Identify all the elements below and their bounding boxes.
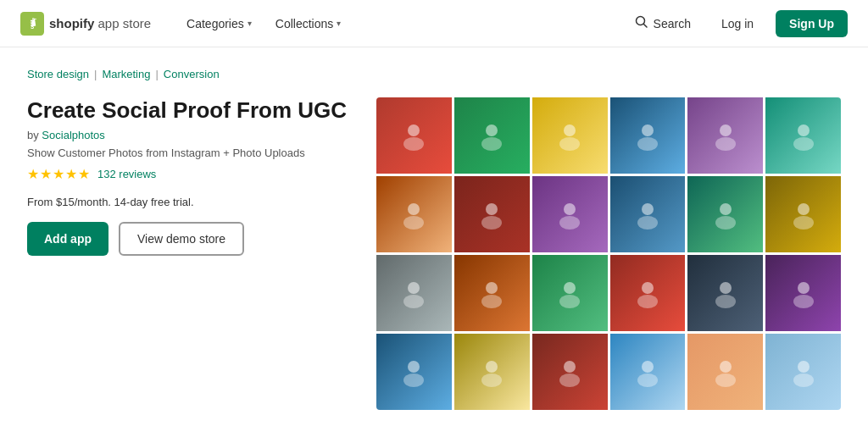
photo-figure-icon — [376, 97, 452, 174]
gallery-image — [532, 255, 608, 331]
svg-point-48 — [720, 361, 732, 373]
photo-figure-icon — [532, 176, 608, 252]
svg-point-19 — [481, 216, 502, 230]
svg-point-18 — [486, 203, 498, 215]
search-icon — [635, 15, 648, 31]
breadcrumb-marketing[interactable]: Marketing — [102, 68, 150, 80]
nav-collections[interactable]: Collections ▾ — [267, 10, 349, 37]
star-rating: ★★★★★ — [27, 166, 91, 182]
gallery-image — [687, 176, 763, 252]
photo-figure-icon — [765, 255, 841, 331]
svg-point-44 — [564, 361, 576, 373]
photo-figure-icon — [765, 334, 841, 410]
photo-figure-icon — [376, 255, 452, 331]
gallery-image — [376, 176, 452, 252]
app-info-panel: Create Social Proof From UGC by Socialph… — [27, 97, 349, 256]
svg-point-6 — [486, 124, 498, 136]
svg-point-10 — [642, 124, 654, 136]
gallery-image — [765, 97, 841, 174]
header-actions: Search Log in Sign Up — [626, 10, 848, 37]
app-description: Show Customer Photos from Instagram + Ph… — [27, 147, 349, 159]
pricing-text: From $15/month. 14-day free trial. — [27, 196, 349, 208]
image-gallery-panel — [376, 97, 841, 410]
photo-figure-icon — [454, 334, 530, 410]
breadcrumb-store-design[interactable]: Store design — [27, 68, 89, 80]
gallery-image — [376, 255, 452, 331]
cta-buttons: Add app View demo store — [27, 222, 349, 256]
nav-categories[interactable]: Categories ▾ — [178, 10, 260, 37]
svg-point-11 — [637, 137, 658, 151]
breadcrumb-separator: | — [155, 68, 158, 80]
breadcrumb: Store design | Marketing | Conversion — [27, 68, 841, 80]
login-button[interactable]: Log in — [713, 12, 762, 36]
gallery-image — [687, 334, 763, 410]
gallery-image — [454, 255, 530, 331]
view-demo-button[interactable]: View demo store — [119, 222, 244, 256]
photo-figure-icon — [610, 176, 686, 252]
photo-figure-icon — [532, 255, 608, 331]
svg-point-35 — [637, 295, 658, 308]
svg-point-33 — [559, 295, 580, 308]
breadcrumb-separator: | — [94, 68, 97, 80]
gallery-image — [376, 334, 452, 410]
main-content: Store design | Marketing | Conversion Cr… — [0, 47, 868, 426]
gallery-image — [687, 97, 763, 174]
svg-point-26 — [798, 203, 810, 215]
gallery-image — [532, 176, 608, 252]
svg-point-13 — [715, 137, 736, 151]
gallery-image — [454, 176, 530, 252]
svg-point-41 — [403, 373, 424, 387]
svg-point-34 — [642, 282, 654, 294]
gallery-image — [454, 334, 530, 410]
gallery-image — [610, 97, 686, 174]
photo-figure-icon — [454, 255, 530, 331]
svg-point-14 — [798, 124, 810, 136]
svg-point-9 — [559, 137, 580, 151]
photo-figure-icon — [376, 176, 452, 252]
photo-figure-icon — [687, 176, 763, 252]
photo-figure-icon — [454, 97, 530, 174]
svg-point-17 — [403, 216, 424, 230]
header: S shopify app store Categories ▾ Collect… — [0, 0, 868, 47]
svg-point-22 — [642, 203, 654, 215]
svg-point-4 — [408, 124, 420, 136]
svg-point-37 — [715, 295, 736, 308]
photo-figure-icon — [610, 97, 686, 174]
photo-figure-icon — [454, 176, 530, 252]
photo-figure-icon — [610, 255, 686, 331]
signup-button[interactable]: Sign Up — [776, 10, 848, 37]
svg-point-27 — [793, 216, 814, 230]
svg-point-25 — [715, 216, 736, 230]
gallery-image — [532, 97, 608, 174]
svg-point-50 — [798, 361, 810, 373]
svg-point-45 — [559, 373, 580, 387]
svg-point-12 — [720, 124, 732, 136]
chevron-down-icon: ▾ — [248, 19, 252, 28]
svg-point-36 — [720, 282, 732, 294]
svg-point-16 — [408, 203, 420, 215]
add-app-button[interactable]: Add app — [27, 222, 108, 256]
breadcrumb-conversion[interactable]: Conversion — [164, 68, 220, 80]
gallery-image — [765, 255, 841, 331]
svg-point-7 — [481, 137, 502, 151]
image-grid — [376, 97, 841, 410]
shopify-logo-icon: S — [20, 12, 44, 36]
svg-point-29 — [403, 295, 424, 308]
logo-text: shopify app store — [49, 16, 151, 30]
svg-point-21 — [559, 216, 580, 230]
review-count-link[interactable]: 132 reviews — [97, 168, 156, 180]
svg-point-40 — [408, 361, 420, 373]
svg-point-32 — [564, 282, 576, 294]
logo-link[interactable]: S shopify app store — [20, 12, 151, 36]
gallery-image — [532, 334, 608, 410]
author-link[interactable]: Socialphotos — [42, 129, 104, 141]
svg-text:S: S — [31, 23, 34, 29]
svg-point-49 — [715, 373, 736, 387]
gallery-image — [376, 97, 452, 174]
chevron-down-icon: ▾ — [337, 19, 341, 28]
search-button[interactable]: Search — [626, 10, 699, 36]
rating-row: ★★★★★ 132 reviews — [27, 166, 349, 182]
gallery-image — [687, 255, 763, 331]
svg-point-15 — [793, 137, 814, 151]
photo-figure-icon — [610, 334, 686, 410]
